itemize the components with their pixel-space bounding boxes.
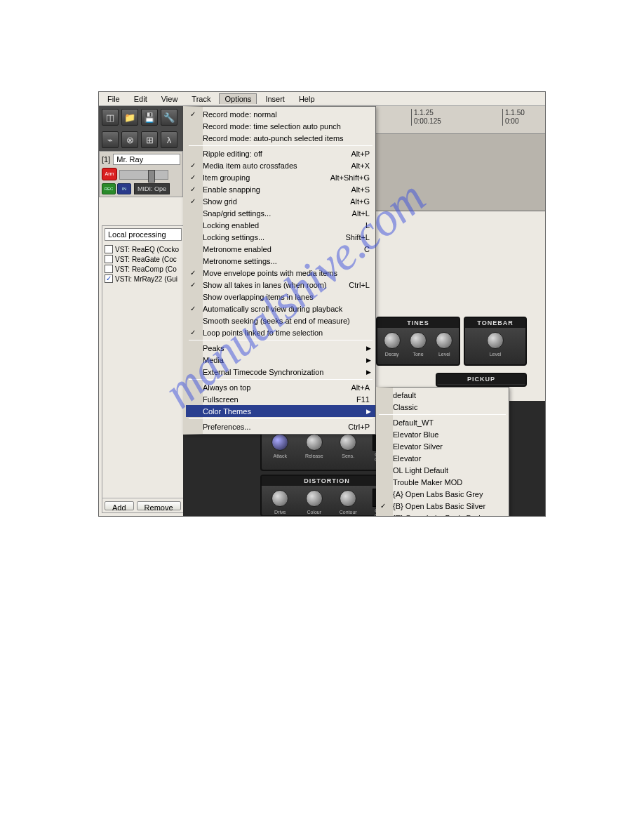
submenu-item-label: Elevator Silver <box>393 442 503 451</box>
menu-item[interactable]: FullscreenF11 <box>186 393 375 405</box>
menu-shortcut: C <box>364 245 370 253</box>
module-header: TONEBAR <box>465 318 525 328</box>
menu-item[interactable]: Snap/grid settings...Alt+L <box>186 207 375 219</box>
menu-item-label: Smooth seeking (seeks at end of measure) <box>203 317 370 325</box>
knob[interactable] <box>340 490 356 507</box>
menu-item[interactable]: Locking enabledL <box>186 219 375 231</box>
submenu-arrow-icon: ▶ <box>366 369 371 376</box>
submenu-item[interactable]: Elevator Blue <box>376 428 509 440</box>
submenu-item[interactable]: Elevator Silver <box>376 440 509 452</box>
knob[interactable] <box>271 490 288 507</box>
menu-item[interactable]: Always on topAlt+A <box>186 381 375 393</box>
submenu-item[interactable]: default <box>376 389 509 401</box>
menu-item[interactable]: Locking settings...Shift+L <box>186 231 375 243</box>
knob[interactable] <box>410 332 427 349</box>
menu-file[interactable]: File <box>102 93 126 105</box>
knob[interactable] <box>384 332 401 349</box>
menu-shortcut: Alt+X <box>351 161 370 170</box>
rec-button[interactable]: REC <box>102 183 116 194</box>
checkbox-checked-icon[interactable]: ✓ <box>105 274 113 283</box>
menu-item[interactable]: Preferences...Ctrl+P <box>186 421 375 432</box>
submenu-item[interactable]: Default_WT <box>376 416 509 428</box>
knob-label: Attack <box>270 454 290 458</box>
menu-item[interactable]: Peaks▶ <box>186 342 375 354</box>
arm-button[interactable]: Arm <box>102 168 117 180</box>
menu-options[interactable]: Options <box>219 93 257 104</box>
color-icon[interactable]: ⊗ <box>121 131 138 148</box>
menu-view[interactable]: View <box>156 93 184 105</box>
menu-item[interactable]: Show overlapping items in lanes <box>186 291 375 303</box>
menu-item-label: Ripple editing: off <box>203 150 351 158</box>
knob[interactable] <box>271 434 288 451</box>
in-button[interactable]: IN <box>117 183 131 194</box>
track-name-input[interactable]: Mr. Ray <box>113 154 180 165</box>
menu-item[interactable]: ✓Loop points linked to time selection <box>186 326 375 338</box>
grid-icon[interactable]: ⊞ <box>141 131 158 148</box>
menu-item-label: Show grid <box>203 197 350 206</box>
fx-item[interactable]: ✓VSTi: MrRay22 (Gui <box>105 274 182 284</box>
fx-item[interactable]: VST: ReaComp (Co <box>105 264 182 274</box>
menu-item-label: Show overlapping items in lanes <box>203 293 370 301</box>
menu-item[interactable]: Record mode: time selection auto punch <box>186 120 375 132</box>
track-lane[interactable] <box>376 134 545 211</box>
check-icon: ✓ <box>380 502 386 510</box>
save-icon[interactable]: 💾 <box>141 109 158 126</box>
menu-item-label: Media <box>203 356 370 364</box>
submenu-item[interactable]: OL Light Default <box>376 464 509 476</box>
menu-item[interactable]: Smooth seeking (seeks at end of measure) <box>186 315 375 326</box>
checkbox-icon[interactable] <box>105 265 113 273</box>
menu-item[interactable]: ✓Item groupingAlt+Shift+G <box>186 171 375 183</box>
menu-edit[interactable]: Edit <box>128 93 153 105</box>
menu-item[interactable]: ✓Show gridAlt+G <box>186 195 375 207</box>
menu-insert[interactable]: Insert <box>260 93 290 105</box>
menu-item[interactable]: Metronome enabledC <box>186 243 375 255</box>
menu-item[interactable]: Metronome settings... <box>186 255 375 267</box>
submenu-item[interactable]: Classic <box>376 401 509 413</box>
fx-label: VST: ReaEQ (Cocko <box>115 246 179 253</box>
tool-icon[interactable]: λ <box>161 131 177 148</box>
knob[interactable] <box>306 434 323 451</box>
submenu-item[interactable]: Elevator <box>376 452 509 464</box>
knob[interactable] <box>487 332 504 349</box>
menu-item[interactable]: Ripple editing: offAlt+P <box>186 147 375 159</box>
submenu-item[interactable]: ✓{B} Open Labs Basic Silver <box>376 500 509 512</box>
volume-slider[interactable] <box>119 170 168 180</box>
menu-shortcut: F11 <box>356 395 370 404</box>
menu-item[interactable]: Color Themes▶ <box>186 405 375 417</box>
menu-item[interactable]: ✓Media item auto crossfadesAlt+X <box>186 159 375 171</box>
menu-item[interactable]: ✓Record mode: normal <box>186 108 375 120</box>
menu-item[interactable]: Media▶ <box>186 354 375 366</box>
remove-button[interactable]: Remove <box>137 501 181 510</box>
module-tines: TINES Decay Tone Level <box>376 317 460 366</box>
menu-item[interactable]: External Timecode Synchronization▶ <box>186 366 375 378</box>
submenu-item[interactable]: {E} Open Labs Basic Dark <box>376 512 509 517</box>
local-processing-panel: Local processing VST: ReaEQ (Cocko VST: … <box>102 225 185 513</box>
fx-item[interactable]: VST: ReaEQ (Cocko <box>105 244 182 254</box>
fx-label: VST: ReaComp (Co <box>115 265 177 273</box>
menu-help[interactable]: Help <box>293 93 321 105</box>
open-icon[interactable]: 📁 <box>121 109 138 126</box>
submenu-item[interactable]: Trouble Maker MOD <box>376 476 509 488</box>
midi-input-label[interactable]: MIDI: Ope <box>134 183 170 194</box>
checkbox-icon[interactable] <box>105 255 113 263</box>
menu-shortcut: L <box>365 221 370 230</box>
submenu-arrow-icon: ▶ <box>366 408 371 415</box>
knob[interactable] <box>436 332 452 349</box>
checkbox-icon[interactable] <box>105 245 113 253</box>
new-icon[interactable]: ◫ <box>102 109 119 126</box>
routing-icon[interactable]: ⌁ <box>102 131 119 148</box>
add-button[interactable]: Add <box>105 501 134 510</box>
knob[interactable] <box>340 434 356 451</box>
fx-item[interactable]: VST: ReaGate (Coc <box>105 254 182 264</box>
menu-item[interactable]: ✓Show all takes in lanes (when room)Ctrl… <box>186 279 375 291</box>
menu-track[interactable]: Track <box>186 93 216 105</box>
menu-item[interactable]: ✓Automatically scroll view during playba… <box>186 303 375 315</box>
knob[interactable] <box>306 490 323 507</box>
menu-shortcut: Shift+L <box>345 233 370 241</box>
settings-icon[interactable]: 🔧 <box>161 109 177 126</box>
submenu-item[interactable]: {A} Open Labs Basic Grey <box>376 488 509 500</box>
timeline[interactable]: 1.1.250:00.125 1.1.500:00 <box>376 106 545 134</box>
menu-item[interactable]: Record mode: auto-punch selected items <box>186 132 375 144</box>
menu-item[interactable]: ✓Move envelope points with media items <box>186 267 375 279</box>
menu-item[interactable]: ✓Enable snappingAlt+S <box>186 183 375 195</box>
